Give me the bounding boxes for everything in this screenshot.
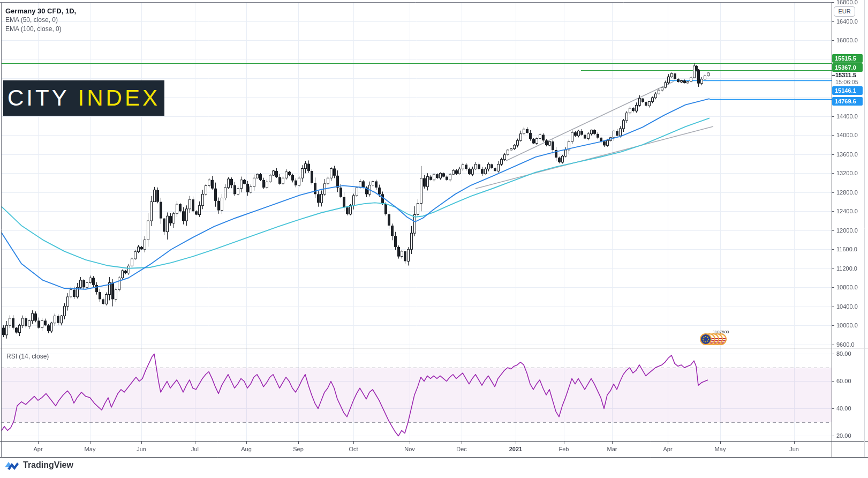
chart-legend[interactable]: Germany 30 CFD, 1D, EMA (50, close, 0) E…	[5, 6, 76, 34]
legend-ema100[interactable]: EMA (100, close, 0)	[5, 25, 76, 34]
trading-chart-window: CITY INDEX Germany 30 CFD, 1D, EMA (50, …	[0, 0, 868, 478]
last-update-time: 15:06:05	[835, 79, 858, 85]
city-index-watermark: CITY INDEX	[3, 80, 164, 116]
price-level-badge-green-2: 15367.0	[832, 63, 863, 72]
legend-ema50[interactable]: EMA (50, close, 0)	[5, 16, 76, 25]
event-marker-label: 1107500	[713, 330, 729, 334]
price-level-badge-green-1: 15515.5	[832, 54, 863, 63]
city-index-watermark-text: CITY INDEX	[7, 85, 160, 111]
last-price-label: 15311.5	[835, 72, 856, 78]
time-axis[interactable]	[0, 441, 832, 457]
symbol-title[interactable]: Germany 30 CFD, 1D,	[5, 6, 76, 16]
tradingview-icon	[4, 460, 19, 470]
currency-unit-badge: EUR	[834, 6, 855, 17]
price-level-badge-blue-2: 14769.6	[832, 97, 863, 106]
rsi-legend[interactable]: RSI (14, close)	[6, 353, 49, 360]
tradingview-logo[interactable]: TradingView	[4, 460, 73, 470]
price-level-badge-blue-1: 15146.1	[832, 86, 863, 95]
tradingview-logo-text: TradingView	[23, 460, 73, 470]
rsi-panel[interactable]	[0, 348, 832, 441]
main-chart-panel[interactable]	[0, 2, 832, 348]
